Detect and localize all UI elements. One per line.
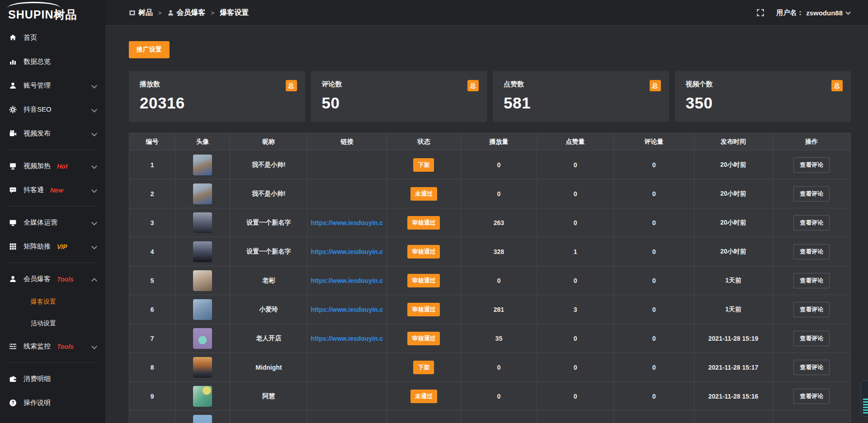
cell-comments: 0 <box>614 382 694 411</box>
cell-avatar <box>175 179 230 208</box>
view-comments-button[interactable]: 查看评论 <box>793 157 830 173</box>
status-badge[interactable]: 审核通过 <box>407 303 440 316</box>
status-badge[interactable]: 审核通过 <box>407 245 440 258</box>
svg-text:?: ? <box>11 400 14 405</box>
cell-time <box>694 411 773 423</box>
view-comments-button[interactable]: 查看评论 <box>793 302 830 317</box>
sidebar-item-video-heat[interactable]: 视频加热 Hot <box>0 154 105 178</box>
breadcrumb-home-label: 树品 <box>138 8 153 18</box>
cell-likes: 0 <box>537 353 614 382</box>
cell-plays: 0 <box>461 382 537 411</box>
status-badge[interactable]: 下架 <box>413 361 434 374</box>
sidebar-item-label: 矩阵助推 <box>24 242 51 251</box>
app-logo[interactable]: SHUPIN树品 <box>0 0 105 26</box>
sidebar-subitem-activity-settings[interactable]: 活动设置 <box>0 313 105 334</box>
sidebar-item-media-ops[interactable]: 全媒体运营 <box>0 211 105 235</box>
cell-likes: 3 <box>537 295 614 324</box>
table-row: 3 设置一个新名字 https://www.iesdouyin.c 审核通过 2… <box>129 208 851 237</box>
new-badge: New <box>50 187 63 194</box>
chevron-down-icon <box>92 84 96 88</box>
sidebar-item-home[interactable]: 首页 <box>0 26 105 50</box>
view-comments-button[interactable]: 查看评论 <box>793 186 830 202</box>
cell-avatar <box>175 324 230 353</box>
chevron-down-icon <box>92 188 96 193</box>
status-badge[interactable]: 未通过 <box>410 187 437 201</box>
cell-nickname: 小爱玲 <box>230 295 307 324</box>
screen-icon <box>9 162 17 170</box>
cell-id: 9 <box>129 382 175 411</box>
view-comments-button[interactable]: 查看评论 <box>793 389 830 404</box>
cell-plays: 281 <box>461 295 537 324</box>
cell-link <box>307 150 387 179</box>
status-badge[interactable]: 审核通过 <box>407 216 440 230</box>
sidebar-item-data-overview[interactable]: 数据总览 <box>0 50 105 74</box>
col-header-status: 状态 <box>387 133 461 150</box>
video-link[interactable]: https://www.iesdouyin.c <box>311 219 383 226</box>
username-value: zswodun88 <box>806 9 843 17</box>
floating-widget[interactable] <box>861 381 868 417</box>
sidebar-item-clue-monitor[interactable]: 线索监控 Tools <box>0 334 105 358</box>
stat-value: 20316 <box>140 94 297 112</box>
cell-link: https://www.iesdouyin.c <box>307 324 387 353</box>
tools-badge: Tools <box>57 276 74 283</box>
stats-cards: 播放数 总 20316 评论数 总 50 点赞数 总 581 <box>129 71 851 122</box>
sidebar-item-seo[interactable]: 抖音SEO <box>0 98 105 122</box>
fullscreen-icon[interactable] <box>756 9 764 17</box>
home-icon <box>9 34 17 42</box>
sidebar-item-member-baoke[interactable]: 会员爆客 Tools <box>0 267 105 291</box>
video-link[interactable]: https://www.iesdouyin.c <box>311 306 383 313</box>
breadcrumb-separator: > <box>158 9 162 16</box>
sliders-icon <box>9 343 17 350</box>
view-comments-button[interactable]: 查看评论 <box>793 360 830 375</box>
status-badge[interactable]: 审核通过 <box>407 274 440 287</box>
page-content: 推广设置 播放数 总 20316 评论数 总 50 点赞数 总 <box>105 26 868 423</box>
cell-comments: 0 <box>614 208 694 237</box>
avatar <box>193 386 212 407</box>
video-icon <box>9 130 17 137</box>
avatar <box>193 328 212 349</box>
promo-settings-button[interactable]: 推广设置 <box>129 41 170 58</box>
cell-action: 查看评论 <box>773 382 850 411</box>
cell-avatar <box>175 266 230 295</box>
sidebar-item-account[interactable]: 账号管理 <box>0 74 105 98</box>
sidebar-item-douketong[interactable]: 抖客通 New <box>0 178 105 202</box>
cell-avatar <box>175 353 230 382</box>
avatar <box>193 155 212 175</box>
video-link[interactable]: https://www.iesdouyin.c <box>311 248 383 255</box>
chevron-down-icon <box>92 132 96 136</box>
view-comments-button[interactable]: 查看评论 <box>793 244 830 259</box>
sidebar-subitem-baoke-settings[interactable]: 爆客设置 <box>0 291 105 313</box>
video-link[interactable]: https://www.iesdouyin.c <box>311 335 383 342</box>
sidebar-divider <box>8 362 97 363</box>
floating-widget-bars <box>863 399 868 414</box>
cell-nickname: 阿慧 <box>230 382 307 411</box>
cell-status: 审核通过 <box>387 208 461 237</box>
status-badge[interactable]: 下架 <box>413 158 434 172</box>
breadcrumb-home[interactable]: 树品 <box>129 8 153 18</box>
view-comments-button[interactable]: 查看评论 <box>793 331 830 346</box>
status-badge[interactable]: 审核通过 <box>407 332 440 345</box>
cell-status: 下架 <box>387 150 461 179</box>
cell-link <box>307 411 387 423</box>
status-badge[interactable]: 未通过 <box>410 390 437 403</box>
cell-likes <box>537 411 614 423</box>
cell-avatar <box>175 150 230 179</box>
stat-card-plays: 播放数 总 20316 <box>129 71 305 122</box>
video-link[interactable]: https://www.iesdouyin.c <box>311 277 383 284</box>
sidebar-item-help[interactable]: ? 操作说明 <box>0 391 105 415</box>
breadcrumb-section[interactable]: 会员爆客 <box>167 8 206 18</box>
sidebar-item-label: 线索监控 <box>24 342 51 351</box>
view-comments-button[interactable]: 查看评论 <box>793 273 830 288</box>
cell-action: 查看评论 <box>773 150 850 179</box>
cell-comments: 0 <box>614 295 694 324</box>
view-comments-button[interactable]: 查看评论 <box>793 215 830 230</box>
topbar-right: 用户名： zswodun88 <box>756 9 851 17</box>
sidebar-item-spend-detail[interactable]: 消费明细 <box>0 367 105 391</box>
sidebar-item-matrix-boost[interactable]: 矩阵助推 VIP <box>0 235 105 258</box>
logo-arc <box>7 2 61 8</box>
chevron-down-icon <box>92 108 96 112</box>
sidebar-item-video-publish[interactable]: 视频发布 <box>0 122 105 146</box>
user-menu[interactable]: 用户名： zswodun88 <box>776 9 851 17</box>
sidebar-item-label: 首页 <box>24 33 37 42</box>
cell-time: 20小时前 <box>694 150 773 179</box>
